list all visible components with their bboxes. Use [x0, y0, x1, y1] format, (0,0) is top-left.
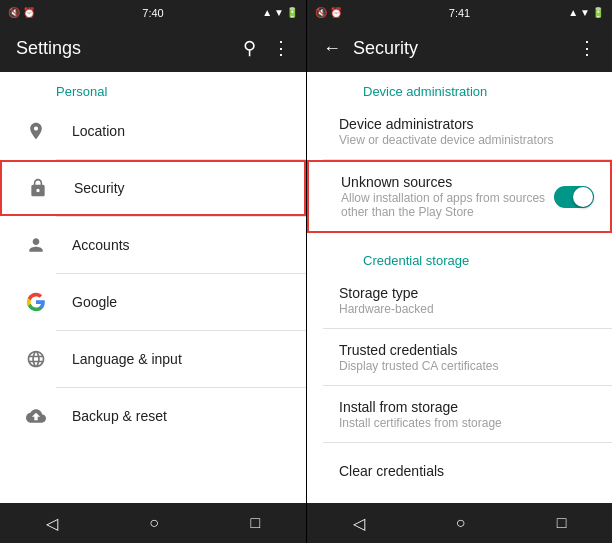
- language-item[interactable]: Language & input: [0, 331, 306, 387]
- install-from-storage-secondary: Install certificates from storage: [339, 416, 596, 430]
- install-from-storage-text: Install from storage Install certificate…: [323, 399, 596, 430]
- trusted-credentials-text: Trusted credentials Display trusted CA c…: [323, 342, 596, 373]
- accounts-item[interactable]: Accounts: [0, 217, 306, 273]
- right-alarm-icon: ⏰: [330, 7, 342, 18]
- home-nav-right[interactable]: ○: [436, 506, 486, 540]
- right-panel: 🔇 ⏰ 7:41 ▲ ▼ 🔋 ← Security ⋮ Device admin…: [306, 0, 612, 543]
- right-signal-icon: ▲: [568, 7, 578, 18]
- wifi-icon: ▼: [274, 7, 284, 18]
- google-primary: Google: [72, 294, 290, 310]
- home-nav-left[interactable]: ○: [129, 506, 179, 540]
- backup-item[interactable]: Backup & reset: [0, 388, 306, 444]
- device-admins-primary: Device administrators: [339, 116, 596, 132]
- left-toolbar-icons: ⚲ ⋮: [243, 37, 290, 59]
- trusted-credentials-item[interactable]: Trusted credentials Display trusted CA c…: [307, 329, 612, 385]
- right-status-bar: 🔇 ⏰ 7:41 ▲ ▼ 🔋: [307, 0, 612, 24]
- clear-credentials-primary: Clear credentials: [339, 463, 596, 479]
- language-text: Language & input: [56, 351, 290, 367]
- battery-icon: 🔋: [286, 7, 298, 18]
- unknown-sources-item[interactable]: Unknown sources Allow installation of ap…: [307, 160, 612, 233]
- unknown-sources-primary: Unknown sources: [341, 174, 554, 190]
- left-time: 7:40: [142, 7, 163, 19]
- storage-type-text: Storage type Hardware-backed: [323, 285, 596, 316]
- storage-type-secondary: Hardware-backed: [339, 302, 596, 316]
- storage-type-primary: Storage type: [339, 285, 596, 301]
- install-from-storage-item[interactable]: Install from storage Install certificate…: [307, 386, 612, 442]
- recents-nav-right[interactable]: □: [537, 506, 587, 540]
- more-icon[interactable]: ⋮: [272, 37, 290, 59]
- left-panel: 🔇 ⏰ 7:40 ▲ ▼ 🔋 Settings ⚲ ⋮ Personal Loc…: [0, 0, 306, 543]
- trusted-credentials-primary: Trusted credentials: [339, 342, 596, 358]
- right-nav-bar: ◁ ○ □: [307, 503, 612, 543]
- right-more-icon[interactable]: ⋮: [578, 37, 596, 59]
- right-time: 7:41: [449, 7, 470, 19]
- language-primary: Language & input: [72, 351, 290, 367]
- left-nav-bar: ◁ ○ □: [0, 503, 306, 543]
- google-icon: [16, 292, 56, 312]
- device-admins-item[interactable]: Device administrators View or deactivate…: [307, 103, 612, 159]
- personal-section-label: Personal: [0, 72, 306, 103]
- security-text: Security: [58, 180, 288, 196]
- right-volume-icon: 🔇: [315, 7, 327, 18]
- install-from-storage-primary: Install from storage: [339, 399, 596, 415]
- left-status-bar: 🔇 ⏰ 7:40 ▲ ▼ 🔋: [0, 0, 306, 24]
- right-battery-icon: 🔋: [592, 7, 604, 18]
- search-icon[interactable]: ⚲: [243, 37, 256, 59]
- unknown-sources-text: Unknown sources Allow installation of ap…: [325, 174, 554, 219]
- security-primary: Security: [74, 180, 288, 196]
- alarm-icon: ⏰: [23, 7, 35, 18]
- left-toolbar: Settings ⚲ ⋮: [0, 24, 306, 72]
- right-wifi-icon: ▼: [580, 7, 590, 18]
- unknown-sources-secondary: Allow installation of apps from sources …: [341, 191, 554, 219]
- device-admins-text: Device administrators View or deactivate…: [323, 116, 596, 147]
- accounts-text: Accounts: [56, 237, 290, 253]
- signal-icon: ▲: [262, 7, 272, 18]
- credential-storage-label: Credential storage: [307, 241, 612, 272]
- back-nav-left[interactable]: ◁: [26, 506, 78, 541]
- language-icon: [16, 349, 56, 369]
- right-content: Device administration Device administrat…: [307, 72, 612, 503]
- security-icon: [18, 178, 58, 198]
- location-icon: [16, 121, 56, 141]
- backup-text: Backup & reset: [56, 408, 290, 424]
- location-item[interactable]: Location: [0, 103, 306, 159]
- back-button[interactable]: ←: [323, 38, 341, 59]
- clear-credentials-text: Clear credentials: [323, 463, 596, 479]
- toggle-knob: [573, 187, 593, 207]
- google-text: Google: [56, 294, 290, 310]
- backup-icon: [16, 406, 56, 426]
- trusted-credentials-secondary: Display trusted CA certificates: [339, 359, 596, 373]
- left-toolbar-title: Settings: [16, 38, 243, 59]
- back-nav-right[interactable]: ◁: [333, 506, 385, 541]
- right-toolbar: ← Security ⋮: [307, 24, 612, 72]
- unknown-sources-toggle[interactable]: [554, 186, 594, 208]
- device-admins-secondary: View or deactivate device administrators: [339, 133, 596, 147]
- google-item[interactable]: Google: [0, 274, 306, 330]
- storage-type-item[interactable]: Storage type Hardware-backed: [307, 272, 612, 328]
- right-toolbar-title: Security: [353, 38, 578, 59]
- recents-nav-left[interactable]: □: [231, 506, 281, 540]
- security-item[interactable]: Security: [0, 160, 306, 216]
- device-admin-label: Device administration: [307, 72, 612, 103]
- accounts-primary: Accounts: [72, 237, 290, 253]
- clear-credentials-item[interactable]: Clear credentials: [307, 443, 612, 499]
- backup-primary: Backup & reset: [72, 408, 290, 424]
- location-text: Location: [56, 123, 290, 139]
- accounts-icon: [16, 235, 56, 255]
- location-primary: Location: [72, 123, 290, 139]
- volume-icon: 🔇: [8, 7, 20, 18]
- left-content: Personal Location Security Account: [0, 72, 306, 503]
